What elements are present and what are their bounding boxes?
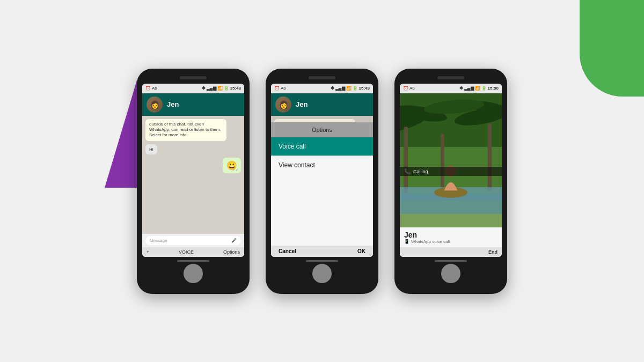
status-name-2: Ab	[281, 86, 286, 91]
calling-sub-3: 📱 WhatsApp voice call	[404, 239, 497, 244]
speaker-2	[309, 76, 335, 79]
time-3: 15:50	[488, 86, 499, 91]
view-contact-label-2: View contact	[279, 161, 315, 169]
input-field-1[interactable]: Message 🎤	[145, 236, 241, 245]
status-bar-3: ⏰ Ab ✱ ▂▄▆ 📶 🔋 15:50	[400, 84, 502, 93]
screen-2: ⏰ Ab ✱ ▂▄▆ 📶 🔋 15:49 👩 Jen	[271, 84, 373, 257]
mic-icon-1: 🎤	[231, 238, 237, 243]
options-item-contact-2[interactable]: View contact	[271, 156, 373, 174]
center-btn-3[interactable]	[441, 264, 460, 283]
nav-bar-3	[435, 260, 467, 262]
phone-3: ⏰ Ab ✱ ▂▄▆ 📶 🔋 15:50	[394, 69, 507, 294]
wifi-icon-1: 📶	[217, 86, 223, 91]
tick-1: ✓✓	[232, 168, 239, 172]
chat-area-2: outside of this chat, not even WhatsApp,…	[271, 116, 373, 122]
avatar-img-1: 👩	[147, 97, 163, 113]
calling-banner-3: 📞 Calling	[400, 167, 502, 176]
status-right-2: ✱ ▂▄▆ 📶 🔋 15:49	[331, 86, 370, 91]
status-left-2: ⏰ Ab	[274, 86, 286, 91]
status-right-1: ✱ ▂▄▆ 📶 🔋 15:48	[202, 86, 241, 91]
calling-bg-3: 📞 Calling	[400, 93, 502, 227]
wa-header-1: 👩 Jen	[142, 93, 244, 116]
wa-icon-3: 📱	[404, 239, 409, 244]
received-msg-1: outside of this chat, not even WhatsApp,…	[145, 119, 226, 141]
contact-name-2: Jen	[296, 100, 308, 108]
sent-plain-1: Hi	[145, 144, 157, 154]
bt-icon-3: ✱	[459, 86, 463, 91]
options-item-voice-2[interactable]: Voice call	[271, 137, 373, 156]
alarm-icon-2: ⏰	[274, 86, 280, 91]
nav-bar-2	[306, 260, 338, 262]
phones-container: ⏰ Ab ✱ ▂▄▆ 📶 🔋 15:48 👩 Jen	[137, 69, 507, 294]
options-header-2: Options	[271, 122, 373, 137]
ok-btn-2[interactable]: OK	[357, 248, 365, 254]
phone-2: ⏰ Ab ✱ ▂▄▆ 📶 🔋 15:49 👩 Jen	[266, 69, 378, 294]
phone-buttons-1	[142, 257, 244, 286]
battery-icon-2: 🔋	[353, 86, 358, 91]
toolbar-left-1[interactable]: +	[147, 249, 149, 255]
wa-header-2: 👩 Jen	[271, 93, 373, 116]
input-bar-1: Message 🎤	[142, 234, 244, 247]
voice-call-label-2: Voice call	[279, 143, 306, 150]
toolbar-middle-1[interactable]: VOICE	[179, 249, 194, 255]
green-decoration	[580, 0, 644, 97]
alarm-icon-1: ⏰	[145, 86, 151, 91]
svg-rect-8	[441, 134, 444, 194]
wifi-icon-2: 📶	[346, 86, 352, 91]
sent-emoji-1: 😀 ✓✓	[223, 158, 241, 173]
received-msg-2: outside of this chat, not even WhatsApp,…	[274, 119, 355, 122]
phone-icon-3: 📞	[404, 168, 411, 174]
chat-area-1: outside of this chat, not even WhatsApp,…	[142, 116, 244, 234]
center-btn-2[interactable]	[312, 264, 332, 283]
status-name-1: Ab	[152, 86, 157, 91]
options-spacer-2	[271, 174, 373, 246]
calling-sub-label-3: WhatsApp voice call	[411, 239, 450, 244]
status-left-3: ⏰ Ab	[403, 86, 415, 91]
speaker-1	[180, 76, 207, 79]
avatar-img-2: 👩	[275, 97, 291, 113]
screen-3: ⏰ Ab ✱ ▂▄▆ 📶 🔋 15:50	[400, 84, 502, 257]
wifi-icon-3: 📶	[475, 86, 480, 91]
cancel-btn-2[interactable]: Cancel	[279, 248, 296, 254]
time-1: 15:48	[230, 86, 241, 91]
calling-label-3: Calling	[413, 169, 428, 174]
speaker-3	[437, 76, 464, 79]
bt-icon-1: ✱	[202, 86, 206, 91]
nav-bar-1	[177, 260, 209, 262]
calling-end-bar-3: End	[400, 247, 502, 257]
calling-info-bar-3: Jen 📱 WhatsApp voice call	[400, 227, 502, 247]
options-actions-2: Cancel OK	[271, 246, 373, 257]
signal-icon-3: ▂▄▆	[464, 86, 474, 91]
phone-1: ⏰ Ab ✱ ▂▄▆ 📶 🔋 15:48 👩 Jen	[137, 69, 250, 294]
phone-buttons-3	[400, 257, 502, 286]
center-btn-1[interactable]	[184, 264, 203, 283]
status-bar-2: ⏰ Ab ✱ ▂▄▆ 📶 🔋 15:49	[271, 84, 373, 93]
status-left-1: ⏰ Ab	[145, 86, 157, 91]
nature-svg-3	[400, 93, 502, 227]
battery-icon-3: 🔋	[481, 86, 487, 91]
alarm-icon-3: ⏰	[403, 86, 408, 91]
svg-rect-14	[400, 214, 502, 227]
signal-icon-2: ▂▄▆	[335, 86, 345, 91]
input-placeholder-1: Message	[150, 238, 167, 243]
avatar-2: 👩	[275, 97, 291, 113]
svg-rect-7	[404, 127, 408, 194]
toolbar-right-1[interactable]: Options	[223, 249, 240, 255]
time-2: 15:49	[359, 86, 370, 91]
status-right-3: ✱ ▂▄▆ 📶 🔋 15:50	[459, 86, 499, 91]
battery-icon-1: 🔋	[224, 86, 229, 91]
bt-icon-2: ✱	[331, 86, 334, 91]
signal-icon-1: ▂▄▆	[207, 86, 216, 91]
screen-1: ⏰ Ab ✱ ▂▄▆ 📶 🔋 15:48 👩 Jen	[142, 84, 244, 257]
end-btn-3[interactable]: End	[488, 249, 497, 255]
contact-name-1: Jen	[167, 100, 179, 108]
svg-rect-9	[488, 123, 492, 190]
avatar-1: 👩	[147, 97, 163, 113]
options-menu-2: Options Voice call View contact Cancel O…	[271, 122, 373, 257]
status-name-3: Ab	[409, 86, 415, 91]
calling-contact-name-3: Jen	[404, 231, 497, 239]
phone-buttons-2	[271, 257, 373, 286]
bottom-toolbar-1: + VOICE Options	[142, 247, 244, 257]
status-bar-1: ⏰ Ab ✱ ▂▄▆ 📶 🔋 15:48	[142, 84, 244, 93]
